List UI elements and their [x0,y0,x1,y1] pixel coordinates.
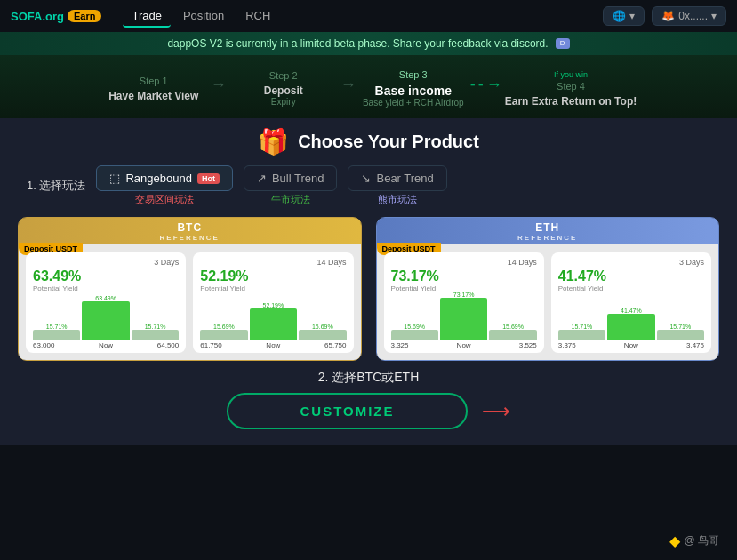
main-content: 🎁 Choose Your Product 1. 选择玩法 ⬚ Rangebou… [0,118,737,445]
step-1: Step 1 Have Market View [100,76,207,102]
btc-card2-bar1 [200,330,247,340]
bear-sub: 熊市玩法 [378,193,417,206]
navbar: SOFA.org Earn Trade Position RCH 🌐 ▾ 🦊 0… [0,0,737,32]
logo-text: SOFA.org [11,10,64,23]
btc-card1-days: 3 Days [33,258,179,267]
strategy-bear[interactable]: ↘ Bear Trend 熊市玩法 [348,165,446,206]
bear-btn[interactable]: ↘ Bear Trend [348,165,446,191]
arrow-1: → [211,76,227,101]
eth-card2-high: 3,475 [686,341,704,349]
bear-icon: ↘ [361,172,371,185]
btc-sub: REFERENCE [19,234,361,242]
eth-card2-range: 3,375 Now 3,475 [558,341,704,349]
btc-card2-yield-label: Potential Yield [200,284,346,292]
step4-num: Step 4 [557,81,585,92]
btc-bar2-pct: 63.49% [95,295,116,301]
watermark: ◆ @ 鸟哥 [669,532,719,549]
step4-title: Earn Extra Return on Top! [505,95,637,108]
btc-group: BTC REFERENCE Deposit USDT 3 Days 63.49%… [18,217,362,361]
btc-card1-range: 63,000 Now 64,500 [33,341,179,349]
step1-title: Have Market View [108,90,198,102]
btc-card-14days[interactable]: 14 Days 52.19% Potential Yield 15.69% 52… [193,252,353,353]
eth-title: ETH [377,221,719,234]
btc-card2-days: 14 Days [200,258,346,267]
rangebound-btn[interactable]: ⬚ Rangebound Hot [96,165,232,191]
step2-sub: Expiry [271,97,296,107]
btc-bar3-pct: 15.71% [145,324,166,330]
beta-text: dappOS V2 is currently in a limited beta… [167,37,548,50]
btc-card-3days[interactable]: 3 Days 63.49% Potential Yield 15.71% 63.… [26,252,186,353]
btc-card2-low: 61,750 [200,341,221,349]
network-btn[interactable]: 🌐 ▾ [603,6,645,26]
eth-card-14days[interactable]: 14 Days 73.17% Potential Yield 15.69% 73… [384,252,544,353]
eth-card-3days[interactable]: 3 Days 41.47% Potential Yield 15.71% 41.… [551,252,711,353]
nav-link-position[interactable]: Position [174,5,233,28]
nav-link-trade[interactable]: Trade [123,5,170,28]
cards-row: BTC REFERENCE Deposit USDT 3 Days 63.49%… [18,217,719,361]
btc-card1-bars: 15.71% 63.49% 15.71% [33,296,179,340]
eth-card1-bar3-pct: 15.69% [502,324,524,330]
nav-link-rch[interactable]: RCH [236,5,279,28]
strategy-rangebound[interactable]: ⬚ Rangebound Hot 交易区间玩法 [96,165,232,206]
btc-card1-chart: 15.71% 63.49% 15.71% [33,296,179,340]
btc-card2-bars: 15.69% 52.19% 15.69% [200,296,346,340]
eth-card2-bar3-pct: 15.71% [669,324,691,330]
wallet-icon: 🦊 [661,10,675,22]
btc-card1-now: Now [99,341,113,349]
arrow-right-icon: ⟶ [482,400,510,423]
eth-card1-now: Now [457,341,471,349]
btc-card2-high: 65,750 [324,341,346,349]
network-icon: 🌐 [613,10,626,22]
eth-card2-bar2 [607,314,654,340]
eth-card1-bar2 [440,298,487,340]
bull-icon: ↗ [257,172,267,185]
choose-header: 🎁 Choose Your Product [18,127,719,156]
watermark-text: @ 鸟哥 [684,533,719,548]
btc-cards-inner: 3 Days 63.49% Potential Yield 15.71% 63.… [19,244,361,360]
nav-links: Trade Position RCH [123,5,279,28]
eth-card1-range: 3,325 Now 3,525 [391,341,537,349]
customize-button[interactable]: CUSTOMIZE [227,393,467,429]
logo-area: SOFA.org Earn [11,10,101,23]
earn-badge: Earn [68,10,101,22]
eth-card1-days: 14 Days [391,258,537,267]
step3-title: Base income [375,84,452,98]
strategy-bull[interactable]: ↗ Bull Trend 牛市玩法 [244,165,338,206]
eth-card1-bars: 15.69% 73.17% 15.69% [391,296,537,340]
eth-card2-days: 3 Days [558,258,704,267]
eth-group: ETH REFERENCE Deposit USDT 14 Days 73.17… [376,217,720,361]
step-4: If you win Step 4 Earn Extra Return on T… [505,70,637,108]
bull-btn[interactable]: ↗ Bull Trend [244,165,338,191]
step3-sub: Base yield + RCH Airdrop [363,98,464,108]
arrow-3: - - → [470,76,501,101]
eth-card2-yield: 41.47% [558,268,704,284]
eth-card1-bar1 [391,330,438,340]
btc-bar3 [132,330,179,340]
btc-title: BTC [19,221,361,234]
choose-title: Choose Your Product [298,132,479,152]
step1-num: Step 1 [140,76,168,86]
eth-card2-bar1-pct: 15.71% [572,324,593,330]
eth-card1-bar1-pct: 15.69% [404,324,425,330]
btc-card2-range: 61,750 Now 65,750 [200,341,346,349]
eth-card2-bar2-pct: 41.47% [621,308,642,314]
btc-bar1-pct: 15.71% [46,324,68,330]
eth-card1-chart: 15.69% 73.17% 15.69% [391,296,537,340]
strategy-row: 1. 选择玩法 ⬚ Rangebound Hot 交易区间玩法 ↗ Bull T… [18,165,719,206]
btc-card1-low: 63,000 [33,341,54,349]
btc-card1-yield: 63.49% [33,268,179,284]
eth-card2-bar3 [657,330,704,340]
bull-sub: 牛市玩法 [271,193,310,206]
nav-right: 🌐 ▾ 🦊 0x...... ▾ [603,6,726,26]
diamond-icon: ◆ [669,532,680,549]
btc-card2-bar1-pct: 15.69% [213,324,235,330]
strategy-label: 1. 选择玩法 [27,178,85,194]
btc-card2-yield: 52.19% [200,268,346,284]
eth-cards-inner: 14 Days 73.17% Potential Yield 15.69% 73… [377,244,719,360]
step-2: Step 2 Deposit Expiry [230,70,337,107]
btc-bar2 [82,301,129,340]
chevron-down-icon: ▾ [629,10,635,22]
btc-card1-yield-label: Potential Yield [33,284,179,292]
wallet-btn[interactable]: 🦊 0x...... ▾ [652,6,726,26]
step-3: Step 3 Base income Base yield + RCH Aird… [360,69,467,108]
